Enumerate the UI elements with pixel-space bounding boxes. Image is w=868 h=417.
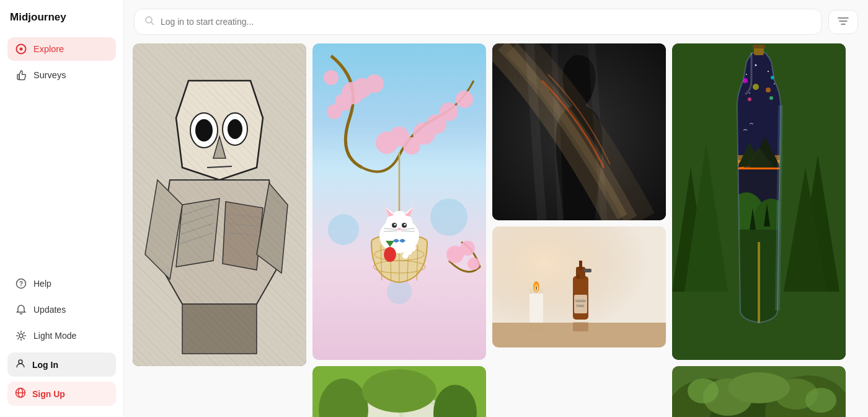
app-logo: Midjourney — [7, 11, 116, 24]
svg-rect-120 — [573, 322, 588, 331]
svg-line-13 — [18, 338, 19, 339]
svg-line-39 — [229, 214, 260, 217]
svg-point-5 — [19, 334, 23, 338]
thumb-icon — [15, 69, 27, 81]
svg-point-158 — [728, 372, 790, 403]
svg-point-130 — [768, 71, 769, 72]
svg-marker-33 — [176, 199, 219, 267]
svg-point-136 — [766, 87, 771, 92]
sidebar-light-mode-label: Light Mode — [33, 331, 76, 341]
image-portrait[interactable] — [492, 43, 666, 220]
image-cherry[interactable] — [312, 43, 486, 360]
sidebar-help-label: Help — [33, 279, 51, 289]
svg-rect-44 — [182, 304, 257, 354]
svg-point-92 — [402, 253, 409, 259]
svg-point-49 — [327, 104, 342, 119]
svg-point-61 — [328, 214, 359, 245]
svg-point-129 — [755, 65, 757, 66]
svg-point-81 — [394, 224, 396, 226]
explore-icon — [15, 43, 27, 55]
svg-line-31 — [207, 166, 232, 168]
sidebar-item-surveys[interactable]: Surveys — [7, 63, 116, 87]
signup-button[interactable]: Sign Up — [7, 382, 116, 406]
svg-point-160 — [805, 388, 836, 413]
svg-point-29 — [228, 119, 242, 139]
sidebar-item-help[interactable]: ? Help — [7, 272, 116, 295]
gallery-col-1 — [133, 43, 306, 417]
signup-label: Sign Up — [32, 389, 65, 399]
svg-point-60 — [467, 258, 480, 270]
svg-rect-105 — [529, 289, 543, 323]
gallery-col-2 — [312, 43, 486, 417]
svg-point-99 — [362, 369, 436, 413]
topbar — [124, 0, 868, 43]
svg-rect-23 — [133, 43, 306, 366]
svg-text:YEREN: YEREN — [575, 299, 586, 303]
svg-text:TANG: TANG — [576, 304, 585, 308]
svg-point-159 — [688, 379, 719, 403]
gallery-col-4 — [672, 43, 846, 417]
svg-line-11 — [24, 338, 24, 339]
svg-marker-34 — [223, 202, 263, 270]
search-icon — [144, 16, 154, 28]
sidebar-updates-label: Updates — [33, 305, 66, 315]
svg-rect-119 — [529, 323, 543, 333]
svg-point-137 — [748, 97, 751, 101]
gallery-col-3: YEREN TANG — [492, 43, 666, 417]
image-candle[interactable]: YEREN TANG — [492, 226, 666, 348]
sidebar: Midjourney Explore Surveys — [0, 0, 124, 417]
filter-icon — [838, 17, 849, 27]
svg-line-37 — [176, 223, 213, 236]
svg-marker-30 — [213, 137, 226, 158]
svg-rect-151 — [753, 45, 765, 48]
filter-button[interactable] — [828, 10, 858, 34]
svg-line-38 — [176, 233, 213, 245]
gallery-grid: YEREN TANG — [133, 43, 859, 417]
image-green[interactable] — [672, 366, 846, 417]
globe-icon — [15, 387, 26, 400]
search-box[interactable] — [134, 9, 822, 35]
bell-icon — [15, 303, 27, 316]
sun-icon — [15, 330, 27, 342]
svg-point-55 — [440, 102, 458, 121]
svg-point-128 — [746, 74, 747, 75]
sidebar-bottom: ? Help Updates — [7, 272, 116, 406]
svg-rect-24 — [133, 43, 306, 366]
svg-rect-115 — [584, 269, 591, 272]
svg-point-57 — [324, 70, 339, 85]
sidebar-surveys-label: Surveys — [33, 70, 66, 80]
svg-point-56 — [456, 91, 473, 108]
svg-point-59 — [460, 241, 475, 256]
login-button[interactable]: Log In — [7, 352, 116, 377]
image-bottle[interactable] — [672, 43, 846, 360]
svg-point-135 — [753, 84, 759, 90]
svg-point-88 — [384, 247, 396, 262]
svg-line-40 — [229, 223, 260, 226]
help-icon: ? — [15, 277, 27, 290]
person-icon — [15, 358, 26, 371]
gallery: YEREN TANG — [124, 43, 868, 417]
svg-marker-25 — [176, 81, 263, 180]
search-input[interactable] — [161, 17, 812, 27]
sidebar-nav: Explore Surveys — [7, 37, 116, 272]
svg-line-10 — [18, 333, 19, 333]
svg-marker-43 — [257, 183, 288, 273]
image-sketch[interactable] — [133, 43, 306, 366]
svg-point-62 — [430, 199, 467, 236]
svg-line-41 — [229, 233, 260, 236]
svg-point-28 — [223, 113, 247, 145]
sidebar-item-updates[interactable]: Updates — [7, 298, 116, 321]
svg-marker-32 — [157, 180, 281, 304]
svg-text:?: ? — [19, 280, 23, 287]
sidebar-explore-label: Explore — [33, 44, 64, 54]
svg-point-82 — [404, 224, 406, 226]
svg-point-83 — [397, 228, 401, 230]
svg-point-132 — [749, 92, 750, 94]
image-fluffy[interactable] — [312, 366, 486, 417]
svg-point-91 — [410, 245, 416, 251]
sidebar-item-explore[interactable]: Explore — [7, 37, 116, 61]
svg-line-12 — [24, 333, 24, 333]
sidebar-item-light-mode[interactable]: Light Mode — [7, 324, 116, 348]
svg-point-27 — [195, 119, 213, 141]
svg-point-14 — [19, 360, 22, 364]
